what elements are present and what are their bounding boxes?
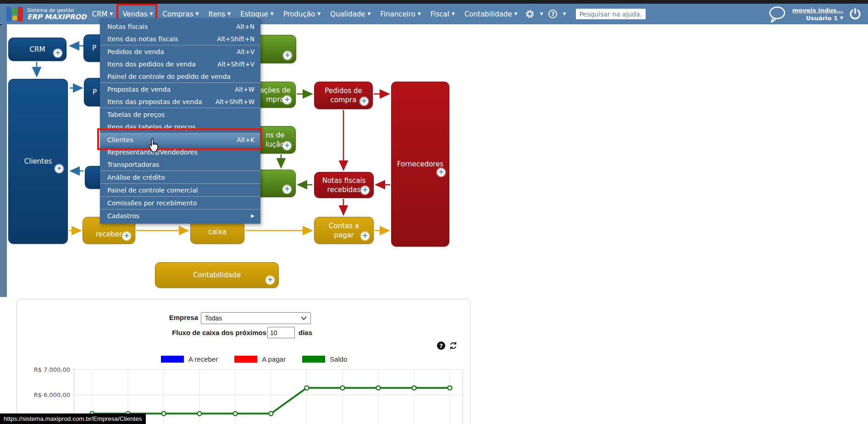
shortcut-label: Alt+Shift+N <box>217 35 254 43</box>
plus-icon[interactable]: + <box>283 96 291 104</box>
dropdown-menu-item[interactable]: Itens das tabelas de preços ▶ <box>100 121 260 133</box>
empresa-select[interactable]: Todas <box>201 312 311 324</box>
chevron-down-icon: ▼ <box>367 12 370 16</box>
empresa-label: Empresa <box>168 314 198 321</box>
chevron-down-icon: ▼ <box>227 12 231 16</box>
menu-bar-item[interactable]: Produção ▼ <box>283 10 321 18</box>
help-icon[interactable]: ? <box>548 10 557 18</box>
shortcut-label: Alt+Shift+V <box>217 61 254 68</box>
submenu-arrow-icon: ▶ <box>251 213 254 218</box>
plus-icon[interactable]: + <box>54 49 62 57</box>
legend-swatch <box>302 356 325 363</box>
menu-bar-item[interactable]: Vendas ▼ <box>122 10 153 18</box>
diagram-box-cotacoes-compra[interactable]: ações de mpra + <box>254 82 296 108</box>
menu-bar-item[interactable]: Qualidade ▼ <box>330 10 370 18</box>
plus-icon[interactable]: + <box>122 232 131 240</box>
dropdown-menu-item[interactable]: Painel de controle do pedido de venda ▶ <box>100 70 260 83</box>
diagram-box-notas-recebidas[interactable]: Notas fiscais recebidas + <box>314 172 374 198</box>
plus-icon[interactable]: + <box>283 142 291 150</box>
dropdown-menu-item[interactable]: Notas fiscais Alt+N ▶ <box>100 20 260 33</box>
menu-bar-item[interactable]: Fiscal ▼ <box>431 10 455 18</box>
diagram-box-fornecedores[interactable]: Fornecedores + <box>391 82 449 247</box>
dropdown-menu-item[interactable]: Transportadoras ▶ <box>100 158 260 171</box>
gear-icon[interactable] <box>525 9 535 19</box>
diagram-box-ordens-producao[interactable]: ns de lução + <box>254 126 296 154</box>
chevron-down-icon: ▼ <box>110 12 113 16</box>
logout-power-icon[interactable] <box>849 7 862 21</box>
gear-caret-icon[interactable]: ▼ <box>540 12 543 16</box>
dropdown-menu-item[interactable]: Itens das notas fiscais Alt+Shift+N ▶ <box>100 33 260 45</box>
diagram-box-pedidos-compra[interactable]: Pedidos de compra + <box>314 82 373 109</box>
chart-legend: A receber A pagar Saldo <box>161 355 347 363</box>
chevron-down-icon: ▼ <box>271 12 274 16</box>
help-caret-icon[interactable]: ▼ <box>563 12 566 16</box>
menu-bar-item[interactable]: Contabilidade ▼ <box>464 10 518 18</box>
plus-icon[interactable]: + <box>361 232 369 240</box>
diagram-box-contabilidade[interactable]: Contabilidade + <box>155 262 279 288</box>
company-link[interactable]: moveis indus... <box>792 6 843 14</box>
dias-input[interactable] <box>267 327 295 338</box>
shortcut-label: Alt+Shift+W <box>216 98 254 105</box>
chevron-down-icon: ▼ <box>150 12 153 16</box>
diagram-box-contas-pagar[interactable]: Contas a pagar + <box>314 217 374 244</box>
dropdown-menu-item[interactable]: Representantes/Vendedores ▶ <box>100 146 260 158</box>
dropdown-menu-item[interactable]: Itens das propostas de venda Alt+Shift+W… <box>100 95 260 108</box>
logo-title: ERP MAXIPROD <box>27 13 86 21</box>
status-url: https://sistema.maxiprod.com.br/Empresa/… <box>4 415 142 422</box>
menu-bar-item[interactable]: Itens ▼ <box>208 10 231 18</box>
chevron-down-icon: ▼ <box>317 12 321 16</box>
window-top-strip <box>0 0 868 4</box>
chevron-down-icon <box>301 316 307 320</box>
shortcut-label: Alt+V <box>237 48 254 55</box>
chevron-down-icon: ▼ <box>418 12 421 16</box>
menu-bar-item[interactable]: Estoque ▼ <box>240 10 274 18</box>
legend-item: Saldo <box>302 355 347 363</box>
page-left-margin <box>0 24 7 297</box>
dropdown-menu-item[interactable]: Painel de controle comercial ▶ <box>100 184 260 196</box>
dropdown-menu-item[interactable]: Propostas de venda Alt+W ▶ <box>100 83 260 95</box>
chat-icon[interactable] <box>768 6 787 22</box>
logo-icon <box>6 6 23 22</box>
plus-icon[interactable]: + <box>266 276 274 284</box>
shortcut-label: Alt+W <box>235 86 254 93</box>
plus-icon[interactable]: + <box>361 186 369 194</box>
svg-text:R$ 6.000,00: R$ 6.000,00 <box>34 391 70 398</box>
dropdown-menu-item[interactable]: Pedidos de venda Alt+V ▶ <box>100 45 260 58</box>
diagram-box-clientes[interactable]: Clientes + <box>8 79 68 244</box>
legend-item: A pagar <box>234 355 286 363</box>
dropdown-menu-item[interactable]: Análise de crédito ▶ <box>100 171 260 183</box>
nav-right-cluster: moveis indus... Usuário 1 ▼ <box>768 6 862 22</box>
diagram-box-green-bottom[interactable]: + <box>254 170 296 197</box>
dropdown-menu-item[interactable]: Tabelas de preços ▶ <box>100 108 260 121</box>
dias-suffix: dias <box>299 329 312 336</box>
user-caret-icon: ▼ <box>840 16 843 20</box>
app-logo[interactable]: Sistema de gestão ERP MAXIPROD <box>6 6 86 22</box>
menu-bar-item[interactable]: Financeiro ▼ <box>380 10 421 18</box>
chevron-down-icon: ▼ <box>452 12 455 16</box>
menu-bar-item[interactable]: Compras ▼ <box>163 10 199 18</box>
page: Sistema de gestão ERP MAXIPROD CRM ▼ Ven… <box>0 0 868 424</box>
chevron-down-icon: ▼ <box>514 12 518 16</box>
cashflow-panel: Empresa Todas Fluxo de caixa dos próximo… <box>17 299 470 424</box>
dropdown-menu-item[interactable]: Comissões por recebimento ▶ <box>100 197 260 209</box>
user-menu[interactable]: Usuário 1 ▼ <box>792 14 843 22</box>
plus-icon[interactable]: + <box>283 51 292 60</box>
plus-icon[interactable]: + <box>55 165 63 173</box>
diagram-box-crm[interactable]: CRM + <box>8 38 66 61</box>
diagram-box-green-top[interactable]: + <box>256 35 296 63</box>
refresh-icon[interactable] <box>449 341 458 350</box>
legend-swatch <box>234 356 257 363</box>
search-input[interactable] <box>576 9 646 19</box>
vendas-dropdown-menu: Notas fiscais Alt+N ▶ Itens das notas fi… <box>100 18 260 224</box>
fluxo-label: Fluxo de caixa dos próximos <box>164 329 266 336</box>
chart-help-icon[interactable]: ? <box>437 341 445 350</box>
plus-icon[interactable]: + <box>360 97 368 105</box>
browser-status-bar: https://sistema.maxiprod.com.br/Empresa/… <box>0 413 146 424</box>
dropdown-menu-item[interactable]: Cadastros ▶ <box>100 209 260 222</box>
menu-bar-item[interactable]: CRM ▼ <box>92 10 113 18</box>
dropdown-menu-item[interactable]: Clientes Alt+K ▶ <box>100 133 260 146</box>
plus-icon[interactable]: + <box>437 168 445 176</box>
account-block: moveis indus... Usuário 1 ▼ <box>792 6 843 22</box>
plus-icon[interactable]: + <box>283 185 291 193</box>
dropdown-menu-item[interactable]: Itens dos pedidos de venda Alt+Shift+V ▶ <box>100 58 260 70</box>
